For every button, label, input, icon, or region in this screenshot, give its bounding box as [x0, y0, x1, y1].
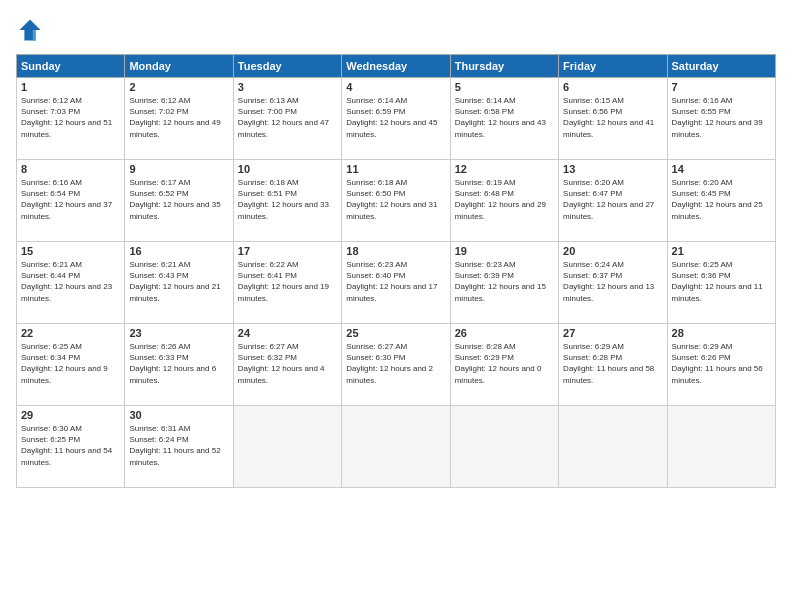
col-saturday: Saturday: [667, 55, 775, 78]
table-row: 7Sunrise: 6:16 AMSunset: 6:55 PMDaylight…: [667, 78, 775, 160]
table-row: 24Sunrise: 6:27 AMSunset: 6:32 PMDayligh…: [233, 324, 341, 406]
table-row: 22Sunrise: 6:25 AMSunset: 6:34 PMDayligh…: [17, 324, 125, 406]
table-row: 11Sunrise: 6:18 AMSunset: 6:50 PMDayligh…: [342, 160, 450, 242]
table-row: 18Sunrise: 6:23 AMSunset: 6:40 PMDayligh…: [342, 242, 450, 324]
calendar-week-1: 1Sunrise: 6:12 AMSunset: 7:03 PMDaylight…: [17, 78, 776, 160]
table-row: 5Sunrise: 6:14 AMSunset: 6:58 PMDaylight…: [450, 78, 558, 160]
table-row: 4Sunrise: 6:14 AMSunset: 6:59 PMDaylight…: [342, 78, 450, 160]
table-row: [450, 406, 558, 488]
table-row: 28Sunrise: 6:29 AMSunset: 6:26 PMDayligh…: [667, 324, 775, 406]
table-row: 3Sunrise: 6:13 AMSunset: 7:00 PMDaylight…: [233, 78, 341, 160]
table-row: 16Sunrise: 6:21 AMSunset: 6:43 PMDayligh…: [125, 242, 233, 324]
table-row: 8Sunrise: 6:16 AMSunset: 6:54 PMDaylight…: [17, 160, 125, 242]
calendar-table: Sunday Monday Tuesday Wednesday Thursday…: [16, 54, 776, 488]
table-row: 13Sunrise: 6:20 AMSunset: 6:47 PMDayligh…: [559, 160, 667, 242]
table-row: 14Sunrise: 6:20 AMSunset: 6:45 PMDayligh…: [667, 160, 775, 242]
table-row: 15Sunrise: 6:21 AMSunset: 6:44 PMDayligh…: [17, 242, 125, 324]
table-row: [559, 406, 667, 488]
calendar-page: Sunday Monday Tuesday Wednesday Thursday…: [0, 0, 792, 612]
table-row: [342, 406, 450, 488]
header: [16, 16, 776, 44]
table-row: 9Sunrise: 6:17 AMSunset: 6:52 PMDaylight…: [125, 160, 233, 242]
table-row: [667, 406, 775, 488]
col-sunday: Sunday: [17, 55, 125, 78]
table-row: 27Sunrise: 6:29 AMSunset: 6:28 PMDayligh…: [559, 324, 667, 406]
logo-icon: [16, 16, 44, 44]
col-wednesday: Wednesday: [342, 55, 450, 78]
table-row: 17Sunrise: 6:22 AMSunset: 6:41 PMDayligh…: [233, 242, 341, 324]
col-friday: Friday: [559, 55, 667, 78]
table-row: 30Sunrise: 6:31 AMSunset: 6:24 PMDayligh…: [125, 406, 233, 488]
table-row: 12Sunrise: 6:19 AMSunset: 6:48 PMDayligh…: [450, 160, 558, 242]
col-tuesday: Tuesday: [233, 55, 341, 78]
table-row: 20Sunrise: 6:24 AMSunset: 6:37 PMDayligh…: [559, 242, 667, 324]
table-row: 29Sunrise: 6:30 AMSunset: 6:25 PMDayligh…: [17, 406, 125, 488]
col-monday: Monday: [125, 55, 233, 78]
table-row: 10Sunrise: 6:18 AMSunset: 6:51 PMDayligh…: [233, 160, 341, 242]
table-row: 25Sunrise: 6:27 AMSunset: 6:30 PMDayligh…: [342, 324, 450, 406]
calendar-week-3: 15Sunrise: 6:21 AMSunset: 6:44 PMDayligh…: [17, 242, 776, 324]
col-thursday: Thursday: [450, 55, 558, 78]
calendar-week-5: 29Sunrise: 6:30 AMSunset: 6:25 PMDayligh…: [17, 406, 776, 488]
calendar-week-4: 22Sunrise: 6:25 AMSunset: 6:34 PMDayligh…: [17, 324, 776, 406]
calendar-header-row: Sunday Monday Tuesday Wednesday Thursday…: [17, 55, 776, 78]
table-row: 21Sunrise: 6:25 AMSunset: 6:36 PMDayligh…: [667, 242, 775, 324]
table-row: 23Sunrise: 6:26 AMSunset: 6:33 PMDayligh…: [125, 324, 233, 406]
logo: [16, 16, 48, 44]
table-row: 6Sunrise: 6:15 AMSunset: 6:56 PMDaylight…: [559, 78, 667, 160]
table-row: 1Sunrise: 6:12 AMSunset: 7:03 PMDaylight…: [17, 78, 125, 160]
table-row: 19Sunrise: 6:23 AMSunset: 6:39 PMDayligh…: [450, 242, 558, 324]
table-row: 2Sunrise: 6:12 AMSunset: 7:02 PMDaylight…: [125, 78, 233, 160]
table-row: 26Sunrise: 6:28 AMSunset: 6:29 PMDayligh…: [450, 324, 558, 406]
calendar-week-2: 8Sunrise: 6:16 AMSunset: 6:54 PMDaylight…: [17, 160, 776, 242]
table-row: [233, 406, 341, 488]
